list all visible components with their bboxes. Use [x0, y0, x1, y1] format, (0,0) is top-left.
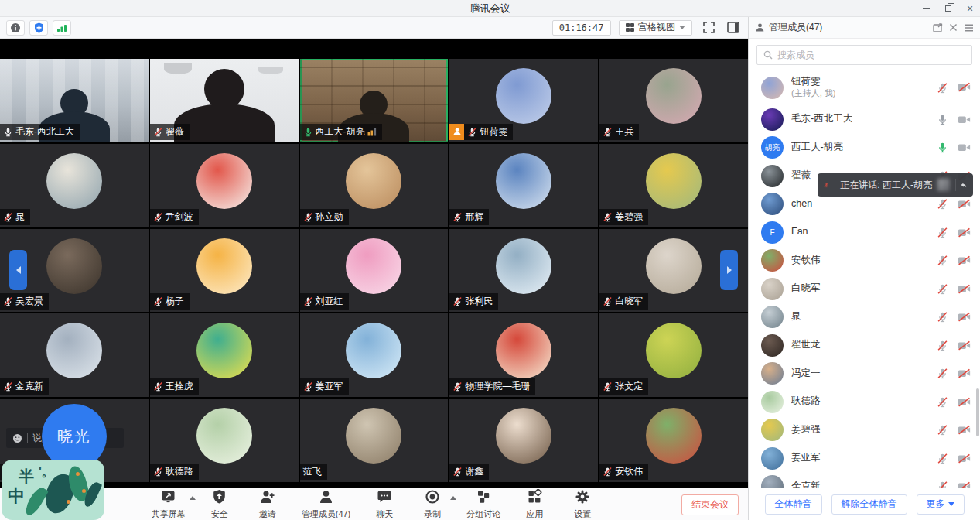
toolbar-record[interactable]: 录制: [418, 489, 446, 520]
muted-mic-icon[interactable]: [937, 82, 948, 94]
close-panel-icon[interactable]: [949, 23, 958, 32]
member-row[interactable]: 姜碧强: [749, 416, 980, 445]
muted-mic-icon[interactable]: [603, 296, 613, 306]
participant-tile[interactable]: 耿德路: [150, 399, 299, 482]
grid-view-selector[interactable]: 宫格视图: [619, 20, 693, 36]
member-row[interactable]: 安钦伟: [749, 247, 980, 275]
close-button[interactable]: ×: [965, 3, 975, 14]
participant-tile[interactable]: 钮荷雯: [449, 59, 598, 142]
muted-mic-icon[interactable]: [153, 212, 163, 222]
muted-camera-icon[interactable]: [958, 255, 971, 265]
participant-tile[interactable]: 王拴虎: [150, 313, 299, 397]
muted-camera-icon[interactable]: [958, 82, 971, 92]
participant-tile[interactable]: 邢辉: [449, 144, 598, 228]
muted-camera-icon[interactable]: [958, 199, 971, 209]
toolbar-chat[interactable]: 聊天: [370, 489, 398, 520]
muted-camera-icon[interactable]: [958, 368, 971, 378]
participant-tile[interactable]: 物理学院—毛珊: [449, 313, 598, 397]
member-row[interactable]: 耿德路: [749, 388, 980, 416]
restore-button[interactable]: [943, 3, 954, 14]
participant-tile[interactable]: 尹剑波: [150, 144, 299, 228]
toolbar-settings[interactable]: 设置: [569, 489, 596, 520]
participant-tile[interactable]: 王兵: [599, 59, 748, 142]
muted-camera-icon[interactable]: [958, 453, 971, 464]
chevron-up-icon[interactable]: [190, 494, 196, 500]
member-row[interactable]: 毛东-西北工大: [749, 105, 980, 134]
muted-mic-icon[interactable]: [603, 381, 613, 392]
camera-off-icon[interactable]: [958, 115, 971, 125]
toolbar-screen-share[interactable]: 共享屏幕: [152, 489, 186, 520]
muted-mic-icon[interactable]: [937, 340, 948, 351]
muted-mic-icon[interactable]: [603, 212, 613, 222]
member-row[interactable]: 晁: [749, 303, 980, 332]
participant-tile[interactable]: 范飞: [300, 399, 449, 482]
toolbar-invite[interactable]: 邀请: [254, 489, 282, 520]
more-button[interactable]: 更多: [917, 494, 965, 515]
muted-camera-icon[interactable]: [958, 481, 971, 488]
next-page-button[interactable]: [720, 250, 738, 290]
muted-mic-icon[interactable]: [303, 381, 313, 392]
muted-mic-icon[interactable]: [937, 283, 948, 295]
member-row[interactable]: F Fan: [749, 218, 980, 247]
muted-mic-icon[interactable]: [452, 212, 463, 222]
toolbar-security[interactable]: 安全: [206, 489, 234, 520]
muted-mic-icon[interactable]: [153, 296, 163, 306]
participant-tile[interactable]: 晁: [0, 144, 149, 228]
participant-tile[interactable]: 姜碧强: [599, 144, 748, 228]
participant-tile[interactable]: 张文定: [599, 313, 748, 397]
muted-camera-icon[interactable]: [958, 425, 971, 435]
scrollbar-thumb[interactable]: [976, 388, 979, 436]
muted-camera-icon[interactable]: [958, 284, 971, 294]
muted-mic-icon[interactable]: [452, 467, 463, 477]
member-row[interactable]: 冯定一: [749, 360, 980, 388]
muted-camera-icon[interactable]: [958, 397, 971, 407]
speaking-mic-icon[interactable]: [303, 127, 313, 137]
muted-mic-icon[interactable]: [303, 212, 313, 222]
muted-mic-icon[interactable]: [937, 481, 948, 488]
muted-mic-icon[interactable]: [937, 311, 948, 323]
side-panel-toggle[interactable]: [725, 20, 742, 36]
minimize-button[interactable]: [921, 3, 932, 14]
network-quality-button[interactable]: [53, 20, 71, 36]
member-row[interactable]: 金克新: [749, 473, 980, 488]
muted-mic-icon[interactable]: [452, 381, 463, 392]
muted-mic-icon[interactable]: [153, 467, 163, 477]
muted-mic-icon[interactable]: [603, 467, 613, 477]
fullscreen-button[interactable]: [700, 20, 717, 36]
participant-tile[interactable]: 西工大-胡亮: [300, 59, 449, 142]
participant-tile[interactable]: 翟薇: [150, 59, 299, 142]
member-row[interactable]: 钮荷雯 (主持人, 我): [749, 70, 980, 105]
participant-tile[interactable]: 张利民: [449, 229, 598, 313]
toolbar-apps[interactable]: 应用: [521, 489, 548, 520]
toolbar-breakout[interactable]: 分组讨论: [466, 489, 500, 520]
toolbar-members[interactable]: 管理成员(47): [302, 489, 351, 520]
muted-mic-icon[interactable]: [937, 424, 948, 436]
muted-mic-icon[interactable]: [467, 127, 477, 137]
member-row[interactable]: 白晓军: [749, 275, 980, 303]
panel-menu-icon[interactable]: [964, 24, 974, 32]
member-row[interactable]: 翟世龙: [749, 331, 980, 360]
popout-panel-icon[interactable]: [933, 23, 943, 32]
muted-mic-icon[interactable]: [3, 381, 13, 392]
member-row[interactable]: 姜亚军: [749, 444, 980, 473]
muted-mic-icon[interactable]: [937, 227, 948, 238]
participant-tile[interactable]: 毛东-西北工大: [0, 59, 149, 142]
participant-tile[interactable]: 杨子: [150, 229, 299, 313]
emoji-icon[interactable]: [12, 433, 22, 443]
meeting-security-button[interactable]: [29, 20, 48, 36]
muted-mic-icon[interactable]: [937, 255, 948, 266]
mic-icon[interactable]: [937, 114, 948, 125]
end-meeting-button[interactable]: 结束会议: [681, 494, 739, 515]
muted-mic-icon[interactable]: [452, 296, 463, 306]
search-member-input[interactable]: [777, 50, 965, 60]
muted-mic-icon[interactable]: [937, 453, 948, 464]
participant-tile[interactable]: 刘亚红: [300, 229, 449, 313]
reply-arrow-icon[interactable]: [961, 180, 967, 190]
participant-tile[interactable]: 安钦伟: [599, 399, 748, 482]
muted-mic-icon[interactable]: [153, 381, 163, 392]
muted-mic-icon[interactable]: [937, 396, 948, 408]
muted-camera-icon[interactable]: [958, 312, 971, 322]
chevron-up-icon[interactable]: [450, 494, 456, 500]
muted-mic-icon[interactable]: [153, 127, 163, 137]
muted-mic-icon[interactable]: [937, 368, 948, 379]
